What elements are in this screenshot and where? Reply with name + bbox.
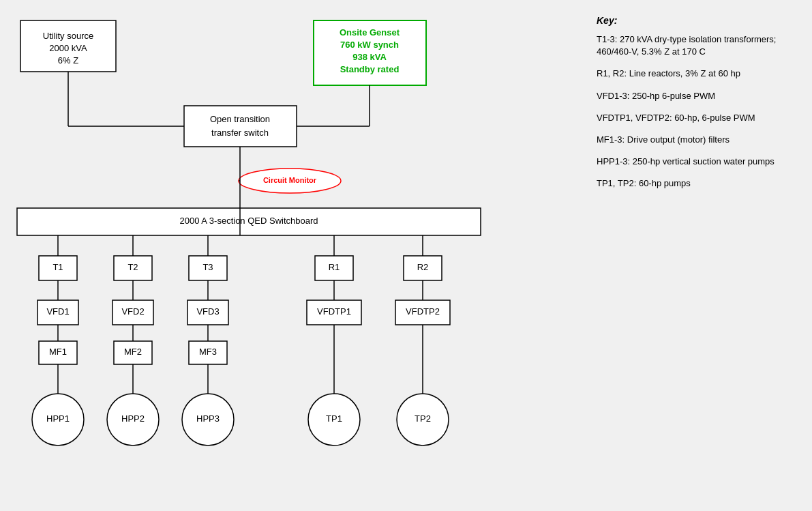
key-item-1: R1, R2: Line reactors, 3% Z at 60 hp — [597, 68, 802, 80]
transfer-switch-text1: Open transition — [210, 114, 270, 124]
mf1-label: MF1 — [49, 347, 67, 357]
mf3-label: MF3 — [199, 347, 217, 357]
genset-text4: Standby rated — [340, 64, 400, 74]
r2-label: R2 — [417, 262, 429, 272]
mf2-label: MF2 — [124, 347, 142, 357]
hpp2-label: HPP2 — [121, 413, 145, 424]
genset-text2: 760 kW synch — [340, 40, 399, 50]
key-item-3: VFDTP1, VFDTP2: 60-hp, 6-pulse PWM — [597, 112, 802, 124]
diagram-area: Utility source 2000 kVA 6% Z Onsite Gens… — [0, 0, 586, 511]
t1-label: T1 — [52, 262, 63, 272]
circuit-monitor-text: Circuit Monitor — [263, 176, 317, 184]
hpp1-label: HPP1 — [46, 413, 70, 424]
tp1-label: TP1 — [326, 413, 342, 424]
transfer-switch-box — [184, 106, 297, 147]
key-area: Key: T1-3: 270 kVA dry-type isolation tr… — [586, 0, 812, 511]
key-item-0: T1-3: 270 kVA dry-type isolation transfo… — [597, 33, 802, 58]
hpp3-label: HPP3 — [196, 413, 220, 424]
vfdtp1-label: VFDTP1 — [317, 306, 351, 317]
genset-text1: Onsite Genset — [340, 27, 400, 38]
tp2-label: TP2 — [415, 413, 431, 424]
vfd1-label: VFD1 — [46, 306, 69, 317]
key-item-5: HPP1-3: 250-hp vertical suction water pu… — [597, 156, 802, 168]
key-item-6: TP1, TP2: 60-hp pumps — [597, 177, 802, 190]
utility-source-text1: Utility source — [43, 31, 93, 41]
t2-label: T2 — [127, 262, 138, 272]
r1-label: R1 — [329, 262, 340, 272]
switchboard-text: 2000 A 3-section QED Switchboard — [179, 216, 318, 226]
vfd3-label: VFD3 — [196, 306, 219, 317]
key-item-2: VFD1-3: 250-hp 6-pulse PWM — [597, 90, 802, 102]
t3-label: T3 — [202, 262, 213, 272]
utility-source-text2: 2000 kVA — [49, 43, 87, 53]
genset-text3: 938 kVA — [352, 52, 387, 62]
vfd2-label: VFD2 — [121, 306, 144, 317]
key-title: Key: — [597, 14, 802, 28]
vfdtp2-label: VFDTP2 — [406, 306, 440, 317]
transfer-switch-text2: transfer switch — [211, 128, 269, 138]
utility-source-text3: 6% Z — [58, 55, 78, 65]
key-item-4: MF1-3: Drive output (motor) filters — [597, 134, 802, 146]
